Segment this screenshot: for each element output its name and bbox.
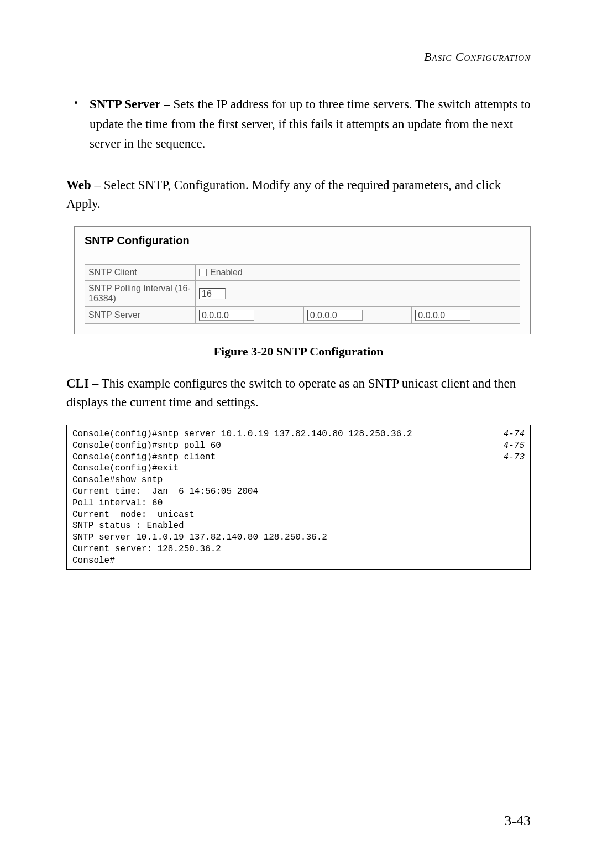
server1-input[interactable]: 0.0.0.0 <box>199 310 254 321</box>
cli-line: Current time: Jan 6 14:56:05 2004 <box>72 486 525 498</box>
cli-line: Poll interval: 60 <box>72 498 525 509</box>
cli-text: Console(config)#sntp client <box>72 452 216 463</box>
cli-line: SNTP server 10.1.0.19 137.82.140.80 128.… <box>72 532 525 543</box>
bullet-paragraph: • SNTP Server – Sets the IP address for … <box>66 95 531 154</box>
cli-ref: 4-74 <box>493 428 525 440</box>
page-number: 3-43 <box>504 813 531 829</box>
enabled-checkbox[interactable] <box>199 269 207 276</box>
cli-text: Current time: Jan 6 14:56:05 2004 <box>72 486 258 498</box>
page-header: Basic Configuration <box>66 50 531 64</box>
cli-line: Current mode: unicast <box>72 509 525 521</box>
row-poll: SNTP Polling Interval (16-16384) 16 <box>85 280 520 306</box>
cli-line: Console(config)#sntp poll 604-75 <box>72 440 525 452</box>
cell-poll-value: 16 <box>196 280 520 306</box>
page-container: Basic Configuration • SNTP Server – Sets… <box>0 0 597 868</box>
cli-text: SNTP status : Enabled <box>72 520 184 532</box>
cli-ref: 4-73 <box>493 452 525 463</box>
cli-line: SNTP status : Enabled <box>72 520 525 532</box>
web-lead: Web <box>66 178 91 192</box>
cli-line: Console(config)#exit <box>72 463 525 474</box>
poll-input[interactable]: 16 <box>199 288 226 299</box>
cli-line: Console#show sntp <box>72 474 525 486</box>
figure-panel: SNTP Configuration SNTP Client Enabled S… <box>74 226 531 334</box>
figure-title: SNTP Configuration <box>85 234 520 247</box>
cell-server1: 0.0.0.0 <box>196 306 304 323</box>
cli-ref: 4-75 <box>493 440 525 452</box>
cell-server2: 0.0.0.0 <box>303 306 412 323</box>
cli-lead: CLI <box>66 377 89 390</box>
cli-line: Console(config)#sntp server 10.1.0.19 13… <box>72 428 525 440</box>
cli-text: SNTP server 10.1.0.19 137.82.140.80 128.… <box>72 532 327 543</box>
cell-server3: 0.0.0.0 <box>412 306 520 323</box>
cli-text: Console# <box>72 555 115 567</box>
web-sep: – <box>91 178 104 192</box>
cli-sep: – <box>89 377 102 390</box>
bullet-term: SNTP Server <box>90 97 160 111</box>
figure-caption: Figure 3-20 SNTP Configuration <box>66 344 531 359</box>
enabled-label: Enabled <box>210 268 243 278</box>
figure-title-divider <box>85 252 520 252</box>
bullet-content: SNTP Server – Sets the IP address for up… <box>90 95 531 154</box>
web-text: Select SNTP, Configuration. Modify any o… <box>66 178 501 211</box>
cli-text: Console(config)#exit <box>72 463 179 474</box>
server2-input[interactable]: 0.0.0.0 <box>307 310 363 321</box>
bullet-marker: • <box>66 95 90 154</box>
cli-paragraph: CLI – This example configures the switch… <box>66 374 531 412</box>
config-table: SNTP Client Enabled SNTP Polling Interva… <box>85 264 520 324</box>
cli-text: Console(config)#sntp server 10.1.0.19 13… <box>72 428 412 440</box>
row-client: SNTP Client Enabled <box>85 264 520 280</box>
cli-text: Current server: 128.250.36.2 <box>72 543 221 555</box>
cli-text: Console(config)#sntp poll 60 <box>72 440 221 452</box>
server3-input[interactable]: 0.0.0.0 <box>415 310 470 321</box>
cli-output-box: Console(config)#sntp server 10.1.0.19 13… <box>66 425 531 571</box>
cell-poll-label: SNTP Polling Interval (16-16384) <box>85 280 196 306</box>
cli-line: Current server: 128.250.36.2 <box>72 543 525 555</box>
row-server: SNTP Server 0.0.0.0 0.0.0.0 0.0.0.0 <box>85 306 520 323</box>
cli-text: This example configures the switch to op… <box>66 377 516 410</box>
cli-line: Console(config)#sntp client4-73 <box>72 452 525 463</box>
cli-text: Current mode: unicast <box>72 509 195 521</box>
cli-text: Poll interval: 60 <box>72 498 163 509</box>
cell-server-label: SNTP Server <box>85 306 196 323</box>
cell-client-value: Enabled <box>196 264 520 280</box>
bullet-sep: – <box>160 97 173 111</box>
cli-line: Console# <box>72 555 525 567</box>
cli-text: Console#show sntp <box>72 474 163 486</box>
web-paragraph: Web – Select SNTP, Configuration. Modify… <box>66 176 531 214</box>
cell-client-label: SNTP Client <box>85 264 196 280</box>
